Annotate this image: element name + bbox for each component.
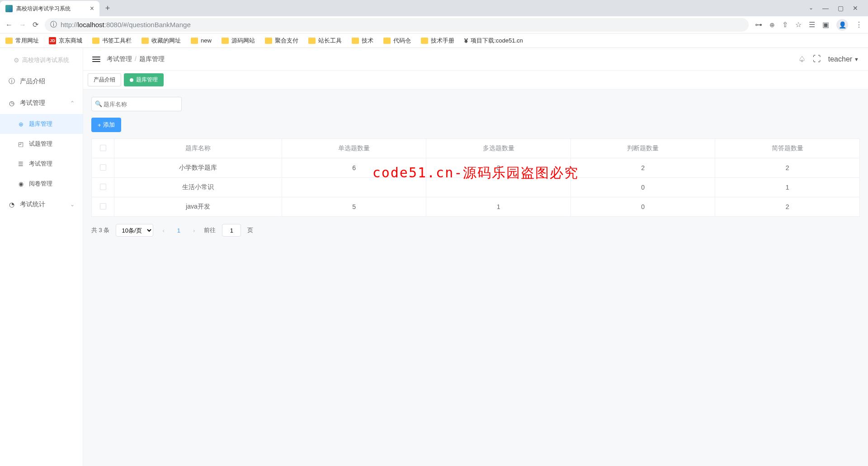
search-icon: 🔍	[95, 100, 102, 107]
bookmark-item[interactable]: new	[191, 37, 212, 44]
bookmark-item[interactable]: 书签工具栏	[92, 37, 132, 45]
goto-page-input[interactable]	[222, 224, 241, 237]
app-shell: ⚙ 高校培训考试系统 ⓘ 产品介绍 ◷ 考试管理 ⌃ ⊕ 题库管理 ◰ 试题管理…	[0, 48, 868, 466]
bookmark-item[interactable]: 代码仓	[383, 37, 411, 45]
folder-icon	[352, 38, 359, 44]
bookmark-item[interactable]: 常用网址	[5, 37, 39, 45]
reload-icon[interactable]: ⟳	[33, 20, 38, 29]
bookmark-item[interactable]: 技术手册	[421, 37, 454, 45]
maximize-icon[interactable]: ▢	[838, 5, 844, 12]
bookmark-item[interactable]: 技术	[352, 37, 373, 45]
close-tab-icon[interactable]: ×	[90, 5, 94, 13]
info-icon: ⓘ	[50, 20, 57, 29]
yen-icon: ¥	[464, 37, 468, 44]
sidebar-item-exam[interactable]: ☰ 考试管理	[0, 154, 83, 174]
question-bank-table: 题库名称 单选题数量 多选题数量 判断题数量 简答题数量 小学数学题库 6 3 …	[91, 138, 860, 217]
sidebar-item-stats[interactable]: ◔ 考试统计 ⌄	[0, 194, 83, 215]
folder-icon	[421, 38, 428, 44]
menu-toggle-icon[interactable]	[92, 57, 100, 62]
sidebar-item-question-mgmt[interactable]: ◰ 试题管理	[0, 134, 83, 154]
folder-icon	[92, 38, 99, 44]
col-multi: 多选题数量	[426, 139, 571, 158]
search-icon[interactable]: ⊕	[769, 21, 775, 29]
user-dropdown[interactable]: teacher ▼	[828, 55, 859, 63]
share-icon[interactable]: ⇧	[782, 20, 788, 29]
dropdown-icon[interactable]: ⌄	[809, 5, 813, 12]
folder-icon	[383, 38, 391, 44]
search-input[interactable]	[91, 97, 182, 111]
next-page-icon[interactable]: ›	[190, 227, 198, 234]
list-icon: ☰	[17, 161, 24, 167]
new-tab-button[interactable]: +	[101, 2, 114, 14]
bookmark-item[interactable]: ¥项目下载:code51.cn	[464, 37, 523, 45]
folder-icon	[191, 38, 198, 44]
col-short: 简答题数量	[715, 139, 860, 158]
bookmark-item[interactable]: JD京东商城	[49, 37, 82, 45]
tab-question-bank[interactable]: 题库管理	[124, 73, 164, 86]
sidebar-item-exam-mgmt[interactable]: ◷ 考试管理 ⌃	[0, 92, 83, 114]
info-icon: ⓘ	[8, 77, 15, 86]
col-judge: 判断题数量	[571, 139, 715, 158]
close-window-icon[interactable]: ✕	[853, 5, 858, 12]
folder-icon	[5, 38, 13, 44]
browser-tab[interactable]: 高校培训考试学习系统 ×	[0, 1, 99, 16]
checkbox-all[interactable]	[100, 145, 106, 151]
pagination: 共 3 条 10条/页 ‹ 1 › 前往 页	[91, 224, 860, 237]
star-icon[interactable]: ☆	[795, 20, 802, 29]
back-icon[interactable]: ←	[5, 21, 13, 29]
chevron-down-icon: ⌄	[70, 201, 75, 208]
sidebar: ⚙ 高校培训考试系统 ⓘ 产品介绍 ◷ 考试管理 ⌃ ⊕ 题库管理 ◰ 试题管理…	[0, 48, 83, 466]
profile-icon[interactable]: 👤	[836, 19, 848, 31]
toolbar-right: ⊶ ⊕ ⇧ ☆ ☰ ▣ 👤 ⋮	[755, 19, 863, 31]
panel-icon[interactable]: ▣	[822, 20, 829, 29]
sidebar-item-product[interactable]: ⓘ 产品介绍	[0, 71, 83, 92]
sidebar-item-question-bank[interactable]: ⊕ 题库管理	[0, 114, 83, 134]
col-name: 题库名称	[114, 139, 282, 158]
table-row[interactable]: 小学数学题库 6 3 2 2	[92, 158, 860, 178]
url-input[interactable]: ⓘ http://localhost:8080/#/questionBankMa…	[45, 18, 749, 32]
tab-product[interactable]: 产品介绍	[88, 73, 121, 86]
bookmark-item[interactable]: 聚合支付	[265, 37, 298, 45]
total-count: 共 3 条	[91, 226, 109, 234]
jd-icon: JD	[49, 37, 56, 44]
chart-icon: ◔	[8, 201, 15, 208]
bookmark-item[interactable]: 源码网站	[222, 37, 255, 45]
page-size-select[interactable]: 10条/页	[116, 224, 153, 237]
chevron-up-icon: ⌃	[70, 100, 75, 106]
minimize-icon[interactable]: —	[822, 5, 829, 12]
content: 🔍 + 添加 题库名称 单选题数量 多选题数量 判断题数量 简答题数量	[83, 90, 868, 244]
fullscreen-icon[interactable]: ⛶	[813, 54, 821, 64]
brand: ⚙ 高校培训考试系统	[0, 50, 83, 71]
key-icon[interactable]: ⊶	[755, 20, 762, 29]
checkbox[interactable]	[100, 203, 106, 209]
globe-icon: ⊕	[17, 121, 24, 128]
bookmark-item[interactable]: 收藏的网址	[142, 37, 181, 45]
table-row[interactable]: 生活小常识 0 1	[92, 178, 860, 197]
folder-icon	[308, 38, 316, 44]
checkbox[interactable]	[100, 184, 106, 190]
folder-icon	[265, 38, 272, 44]
reading-list-icon[interactable]: ☰	[809, 20, 815, 29]
prev-page-icon[interactable]: ‹	[160, 227, 167, 234]
forward-icon[interactable]: →	[19, 21, 26, 29]
checkbox[interactable]	[100, 164, 106, 171]
main: 考试管理/题库管理 ♤ ⛶ teacher ▼ 产品介绍 题库管理 🔍	[83, 48, 868, 466]
bell-icon[interactable]: ♤	[798, 54, 806, 64]
tab-bar: 高校培训考试学习系统 × + ⌄ — ▢ ✕	[0, 0, 868, 16]
page-tabs: 产品介绍 题库管理	[83, 71, 868, 90]
col-single: 单选题数量	[282, 139, 426, 158]
dot-icon	[130, 78, 133, 82]
page-number[interactable]: 1	[174, 227, 184, 234]
sidebar-item-review[interactable]: ◉ 阅卷管理	[0, 174, 83, 194]
folder-icon	[222, 38, 229, 44]
table-row[interactable]: java开发 5 1 0 2	[92, 197, 860, 217]
topbar-right: ♤ ⛶ teacher ▼	[798, 54, 859, 64]
browser-chrome: 高校培训考试学习系统 × + ⌄ — ▢ ✕ ← → ⟳ ⓘ http://lo…	[0, 0, 868, 48]
doc-icon: ◰	[17, 141, 24, 147]
kebab-icon[interactable]: ⋮	[855, 20, 863, 29]
gear-icon: ⚙	[14, 57, 19, 64]
caret-down-icon: ▼	[854, 57, 859, 62]
bookmark-item[interactable]: 站长工具	[308, 37, 342, 45]
breadcrumb: 考试管理/题库管理	[107, 55, 165, 63]
add-button[interactable]: + 添加	[91, 118, 121, 132]
